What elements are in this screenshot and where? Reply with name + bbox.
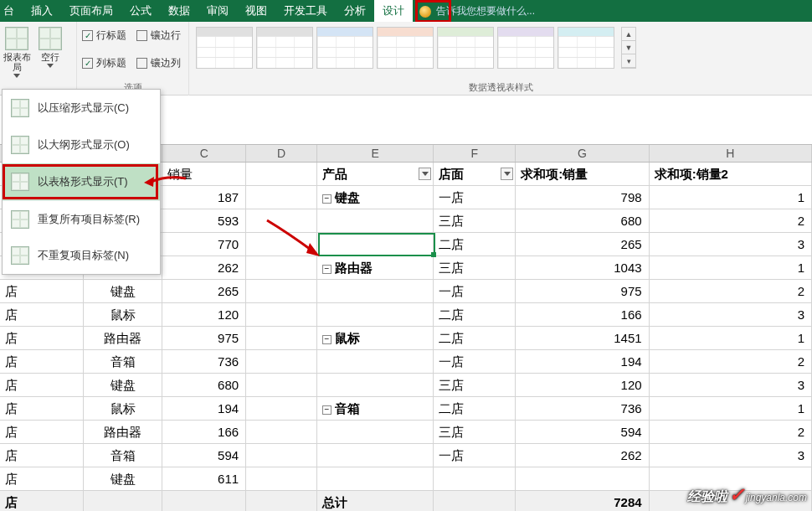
cell-product[interactable]: 音箱 [84,350,163,374]
cell[interactable] [434,491,516,511]
pivot-store[interactable]: 三店 [434,256,516,280]
header-product[interactable]: 产品 [317,163,434,186]
cell-product[interactable]: 路由器 [84,327,163,350]
cell[interactable] [317,467,434,491]
pivot-style-4[interactable] [377,27,434,69]
cell[interactable] [162,491,246,511]
cell-store[interactable]: 店 [0,397,84,421]
pivot-sum1[interactable]: 736 [516,397,650,421]
cell-store[interactable]: 店 [0,350,84,374]
tab-view[interactable]: 视图 [237,0,275,22]
pivot-product[interactable] [317,421,434,444]
col-header-c[interactable]: C [162,145,246,162]
col-header-e[interactable]: E [317,145,434,162]
pivot-sum1[interactable]: 120 [516,374,650,397]
tab-partial[interactable]: 台 [0,0,23,22]
cell-product[interactable]: 路由器 [84,421,163,444]
cell[interactable]: 店 [0,491,84,511]
cell[interactable] [434,467,516,491]
pivot-sum2[interactable]: 3 [650,233,812,256]
tab-formulas[interactable]: 公式 [121,0,160,22]
pivot-sum1[interactable]: 262 [516,444,650,467]
pivot-store[interactable]: 一店 [434,350,516,374]
pivot-store[interactable]: 二店 [434,303,516,327]
pivot-sum1[interactable]: 798 [516,186,650,209]
cell[interactable] [84,491,163,511]
pivot-sum1[interactable]: 680 [516,209,650,233]
cell-product[interactable]: 键盘 [84,280,163,303]
pivot-store[interactable]: 二店 [434,327,516,350]
tab-review[interactable]: 审阅 [198,0,237,22]
chk-col-headers[interactable]: ✓列标题 [77,54,131,72]
cell-sales[interactable]: 262 [162,256,246,280]
pivot-product[interactable] [317,374,434,397]
pivot-sum2[interactable]: 3 [650,303,812,327]
cell-sales[interactable]: 120 [162,303,246,327]
cell[interactable] [246,327,317,350]
header-sum2[interactable]: 求和项:销量2 [650,163,812,186]
cell[interactable] [246,444,317,467]
pivot-product[interactable]: −键盘 [317,186,434,209]
pivot-sum2[interactable]: 1 [650,256,812,280]
chk-banded-cols[interactable]: 镶边列 [131,54,186,72]
pivot-product[interactable] [317,233,434,256]
pivot-sum1[interactable]: 1451 [516,327,650,350]
chk-row-headers[interactable]: ✓行标题 [77,27,131,44]
pivot-product[interactable] [317,303,434,327]
cell[interactable] [246,280,317,303]
pivot-sum1[interactable]: 265 [516,233,650,256]
gallery-up-icon[interactable]: ▲ [622,28,635,41]
menu-repeat-labels[interactable]: 重复所有项目标签(R) [3,200,160,237]
pivot-sum2[interactable]: 2 [650,350,812,374]
pivot-store[interactable]: 一店 [434,280,516,303]
tab-design[interactable]: 设计 [374,0,413,22]
pivot-store[interactable]: 二店 [434,233,516,256]
pivot-product[interactable]: −音箱 [317,397,434,421]
cell[interactable] [246,303,317,327]
chk-banded-rows[interactable]: 镶边行 [131,27,186,44]
cell-store[interactable]: 店 [0,421,84,444]
cell[interactable] [246,397,317,421]
pivot-style-6[interactable] [497,27,554,69]
cell-sales[interactable]: 770 [162,233,246,256]
style-gallery-nav[interactable]: ▲ ▼ ▾ [621,27,636,69]
cell-store[interactable]: 店 [0,303,84,327]
pivot-sum2[interactable]: 3 [650,444,812,467]
pivot-sum1[interactable]: 1043 [516,256,650,280]
header-sum1[interactable]: 求和项:销量 [516,163,650,186]
cell-sales[interactable]: 594 [162,444,246,467]
pivot-style-2[interactable] [256,27,313,69]
filter-dropdown-icon[interactable] [501,168,513,180]
cell-sales[interactable]: 611 [162,467,246,491]
tab-devtools[interactable]: 开发工具 [275,0,336,22]
pivot-store[interactable]: 二店 [434,397,516,421]
pivot-sum1[interactable]: 166 [516,303,650,327]
cell-sales[interactable]: 593 [162,209,246,233]
pivot-sum2[interactable]: 2 [650,280,812,303]
report-layout-button[interactable]: 报表布 局 [0,22,33,79]
pivot-sum2[interactable]: 2 [650,421,812,444]
pivot-total-sum1[interactable]: 7284 [516,491,650,511]
pivot-sum1[interactable]: 975 [516,280,650,303]
cell-product[interactable]: 鼠标 [84,397,163,421]
pivot-sum2[interactable]: 3 [650,374,812,397]
cell-product[interactable]: 鼠标 [84,303,163,327]
cell[interactable] [246,467,317,491]
pivot-style-3[interactable] [316,27,373,69]
pivot-sum1[interactable]: 594 [516,421,650,444]
cell[interactable] [246,163,317,186]
pivot-product[interactable] [317,350,434,374]
cell-sales[interactable]: 975 [162,327,246,350]
pivot-product[interactable]: −鼠标 [317,327,434,350]
menu-outline[interactable]: 以大纲形式显示(O) [3,126,160,163]
filter-dropdown-icon[interactable] [419,168,431,180]
cell[interactable] [246,421,317,444]
cell[interactable] [246,491,317,511]
cell-product[interactable]: 键盘 [84,374,163,397]
cell-sales[interactable]: 680 [162,374,246,397]
pivot-sum2[interactable]: 2 [650,209,812,233]
col-header-d[interactable]: D [246,145,317,162]
pivot-store[interactable]: 一店 [434,444,516,467]
pivot-total-label[interactable]: 总计 [317,491,434,511]
pivot-store[interactable]: 三店 [434,421,516,444]
